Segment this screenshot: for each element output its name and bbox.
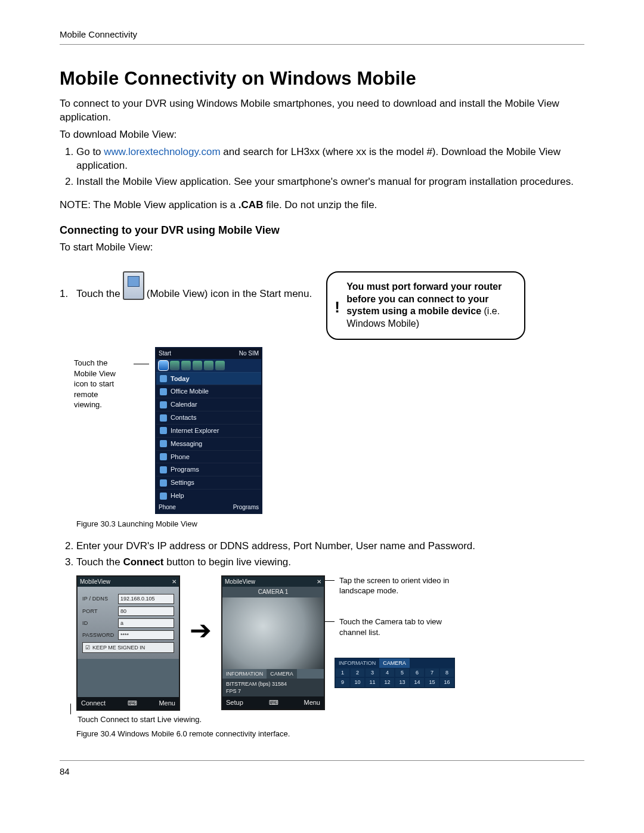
document-page: Mobile Connectivity Mobile Connectivity …: [0, 0, 644, 813]
mv-live-title: MobileView: [225, 578, 255, 586]
strip-tab-camera: CAMERA: [379, 658, 410, 668]
camera-cell: 10: [350, 677, 365, 687]
figure-30-3: Touch the Mobile View icon to start remo…: [74, 347, 584, 513]
annotation-landscape: Tap the screen to orient video in landsc…: [335, 575, 454, 596]
start-app-icon: [215, 361, 225, 370]
camera-cell: 13: [395, 677, 410, 687]
start-lead: To start Mobile View:: [60, 241, 584, 255]
bitstream-value: 31584: [272, 681, 287, 687]
arrow-icon: ➔: [190, 617, 212, 643]
mobileview-live-screenshot: MobileView ✕ CAMERA 1 INFORMATION CAMERA…: [221, 575, 325, 710]
running-header: Mobile Connectivity: [60, 29, 584, 41]
download-step-2: Install the Mobile View application. See…: [76, 175, 584, 189]
wm-menu-item: Office Mobile: [171, 387, 209, 396]
camera-cell: 15: [425, 677, 439, 687]
camera-cell: 1: [335, 668, 350, 677]
step-1: 1. Touch the (Mobile View) icon in the S…: [60, 271, 312, 301]
ip-field: 192.168.0.105: [118, 594, 174, 603]
step-2: Enter your DVR's IP address or DDNS addr…: [76, 540, 584, 553]
tab-camera: CAMERA: [267, 669, 297, 679]
camera-cell: 11: [365, 677, 380, 687]
close-icon: ✕: [172, 578, 177, 586]
figure-30-3-annotation: Touch the Mobile View icon to start remo…: [74, 347, 128, 410]
mv-login-title: MobileView: [80, 578, 110, 586]
footer-rule: [60, 760, 584, 761]
password-field: ****: [118, 630, 174, 640]
port-forward-callout: You must port forward your router before…: [326, 271, 525, 340]
connect-softkey: Connect: [81, 699, 106, 708]
id-field: a: [118, 618, 174, 628]
fps-value: 7: [238, 688, 241, 694]
wm-start-label: Start: [159, 349, 171, 358]
camera-tab-strip-screenshot: INFORMATION CAMERA 1 2 3 4 5 6 7 8 9 10 …: [335, 658, 455, 688]
mobileview-login-screenshot: MobileView ✕ IP / DDNS192.168.0.105 PORT…: [76, 575, 180, 711]
camera-cell: 2: [350, 668, 365, 677]
windows-mobile-start-screenshot: Start No SIM Today Office Mobile Calenda…: [155, 347, 262, 513]
annotation-camera-tab: Touch the Camera tab to view channel lis…: [335, 617, 454, 637]
wm-menu-item: Settings: [171, 478, 194, 487]
wm-menu-item: Contacts: [171, 413, 196, 422]
camera-cell: 12: [380, 677, 395, 687]
start-app-icon: [170, 361, 179, 370]
wm-softkey-right: Programs: [233, 503, 259, 512]
wm-menu-item: Help: [171, 491, 184, 500]
strip-tab-information: INFORMATION: [335, 658, 379, 668]
start-app-icon: [204, 361, 213, 370]
live-video-area: [222, 597, 324, 669]
setup-softkey: Setup: [226, 698, 243, 707]
wm-menu-item: Programs: [171, 465, 199, 474]
download-lead: To download Mobile View:: [60, 128, 584, 142]
camera-cell: 3: [365, 668, 380, 677]
keep-signed-checkbox: ☑KEEP ME SIGNED IN: [82, 642, 174, 653]
download-step-list: Go to www.lorextechnology.com and search…: [60, 145, 584, 189]
port-field: 80: [118, 606, 174, 616]
cab-note: NOTE: The Moble View application is a .C…: [60, 199, 584, 212]
keyboard-icon: ⌨: [128, 699, 137, 708]
menu-softkey: Menu: [304, 698, 320, 707]
subheading-connecting: Connecting to your DVR using Mobile View: [60, 223, 584, 237]
wm-menu-item: Phone: [171, 453, 190, 462]
wm-menu-today: Today: [171, 374, 190, 383]
camera-cell: 4: [380, 668, 395, 677]
camera-cell: 5: [395, 668, 410, 677]
camera-cell: 6: [410, 668, 425, 677]
start-app-mobileview-icon: [159, 361, 168, 370]
tab-information: INFORMATION: [222, 669, 267, 679]
start-app-icon: [181, 361, 191, 370]
keyboard-icon: ⌨: [269, 698, 278, 707]
page-number: 84: [60, 766, 584, 778]
close-icon: ✕: [317, 578, 321, 586]
header-rule: [60, 44, 584, 45]
start-app-icon: [193, 361, 202, 370]
page-title: Mobile Connectivity on Windows Mobile: [60, 66, 584, 91]
annotation-touch-connect: Touch Connect to start Live viewing.: [76, 714, 584, 725]
wm-softkey-left: Phone: [159, 503, 176, 512]
camera-cell: 14: [410, 677, 425, 687]
step-3: Touch the Connect button to begin live v…: [76, 556, 584, 569]
lorex-link[interactable]: www.lorextechnology.com: [104, 146, 220, 157]
camera-cell: 8: [439, 668, 454, 677]
mobile-view-icon: [123, 271, 144, 300]
wm-menu-item: Internet Explorer: [171, 426, 219, 435]
annotation-line: [134, 364, 149, 364]
figure-30-4-annotations: Tap the screen to orient video in landsc…: [335, 575, 454, 688]
camera-label: CAMERA 1: [222, 587, 324, 597]
figure-30-4: MobileView ✕ IP / DDNS192.168.0.105 PORT…: [76, 575, 584, 711]
menu-softkey: Menu: [159, 699, 175, 708]
camera-cell: 9: [335, 677, 350, 687]
wm-sim-status: No SIM: [239, 349, 259, 358]
wm-menu-item: Messaging: [171, 439, 202, 448]
connect-steps-continued: Enter your DVR's IP address or DDNS addr…: [60, 540, 584, 569]
camera-cell: 7: [425, 668, 439, 677]
download-step-1: Go to www.lorextechnology.com and search…: [76, 145, 584, 173]
figure-30-4-caption: Figure 30.4 Windows Mobile 6.0 remote co…: [76, 729, 584, 739]
figure-30-3-caption: Figure 30.3 Launching Mobile View: [76, 519, 584, 529]
wm-menu-item: Calendar: [171, 400, 197, 409]
camera-cell: 16: [439, 677, 454, 687]
intro-paragraph: To connect to your DVR using Windows Mob…: [60, 97, 584, 125]
